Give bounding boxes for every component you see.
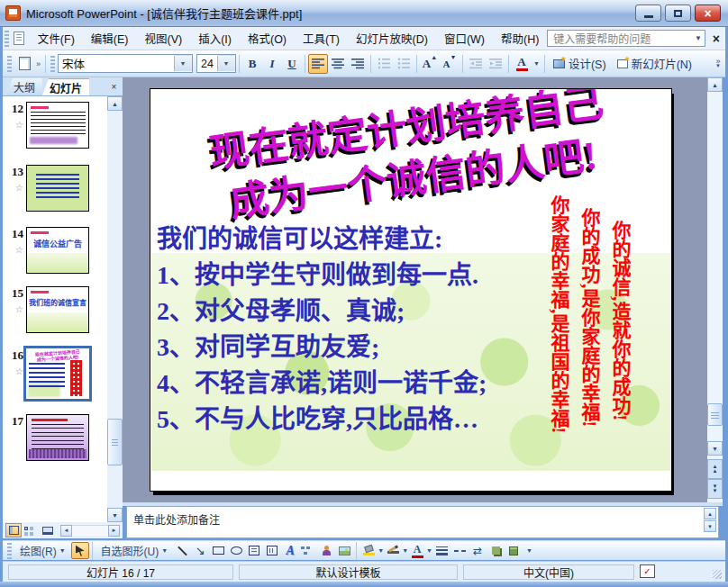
menu-help[interactable]: 帮助(H) [493, 26, 547, 50]
line-tool-button[interactable] [173, 542, 191, 559]
arrow-tool-button[interactable]: ↘ [191, 542, 209, 559]
scroll-down-button[interactable]: ▼ [107, 508, 123, 522]
line-style-button[interactable] [432, 542, 450, 559]
fill-color-button[interactable] [359, 542, 378, 559]
new-slide-button[interactable]: 新幻灯片(N) [612, 54, 697, 74]
panel-close-icon[interactable]: × [108, 81, 120, 93]
scroll-down-button[interactable]: ▼ [704, 520, 716, 532]
align-center-button[interactable] [328, 54, 348, 74]
scroll-up-button[interactable]: ▲ [704, 508, 716, 519]
menu-file[interactable]: 文件(F) [30, 26, 83, 50]
wordart-button[interactable]: A [281, 542, 299, 559]
select-objects-button[interactable] [71, 542, 89, 559]
tab-outline[interactable]: 大纲 [6, 78, 42, 95]
slide-thumbnail[interactable] [26, 165, 89, 212]
design-template-status[interactable]: 默认设计模板 [239, 564, 458, 580]
menu-slideshow[interactable]: 幻灯片放映(D) [348, 26, 436, 50]
chevron-down-icon[interactable]: ▼ [217, 55, 235, 72]
decrease-indent-button[interactable] [466, 54, 486, 74]
slide-body-text[interactable]: 我们的诚信可以这样建立: 1、按中学生守则做到每一点. 2、对父母孝顺、真诚; … [157, 221, 580, 438]
oval-tool-button[interactable] [227, 542, 245, 559]
scrollbar-thumb[interactable] [707, 403, 723, 426]
notes-scrollbar[interactable]: ▲ ▼ [704, 508, 717, 532]
shadow-style-button[interactable] [487, 542, 505, 559]
slide-editor-area[interactable]: 现在就定计划培养自己 成为一个诚信的人吧! 我们的诚信可以这样建立: 1、按中学… [123, 77, 707, 502]
vertical-text-box-button[interactable] [263, 542, 281, 559]
spellcheck-icon[interactable]: ✓ [640, 564, 655, 578]
bold-button[interactable]: B [242, 54, 262, 74]
align-left-button[interactable] [308, 54, 328, 74]
diagram-button[interactable] [299, 542, 317, 559]
next-slide-button[interactable]: ▼ ▼ [707, 479, 723, 499]
toolbar-grip[interactable] [50, 56, 55, 72]
menu-tools[interactable]: 工具(T) [295, 26, 348, 50]
increase-indent-button[interactable] [486, 54, 505, 74]
minimize-button[interactable] [635, 5, 661, 22]
draw-font-color-button[interactable]: A [408, 542, 426, 559]
slide-sorter-view-button[interactable] [23, 523, 39, 537]
notes-pane[interactable]: 单击此处添加备注 ▲ ▼ [126, 506, 719, 538]
bullet-list-button[interactable] [394, 54, 414, 74]
dash-style-button[interactable] [450, 542, 469, 559]
help-question-box[interactable]: 键入需要帮助的问题 ▼ [547, 30, 705, 47]
menu-view[interactable]: 视图(V) [137, 26, 191, 50]
tab-slides[interactable]: 幻灯片 [42, 78, 89, 95]
italic-button[interactable]: I [262, 54, 282, 74]
insert-picture-button[interactable] [335, 542, 353, 559]
slideshow-view-button[interactable] [40, 523, 56, 537]
helpbox-close-icon[interactable]: × [713, 32, 720, 46]
menu-window[interactable]: 窗口(W) [436, 26, 493, 50]
slide-thumbnail-row-14[interactable]: 14 ☆ 诚信公益广告 [5, 227, 89, 274]
autoshapes-menu-button[interactable]: 自选图形(U) ▼ [96, 542, 174, 559]
chevron-down-icon[interactable]: ▼ [695, 34, 702, 42]
font-name-combo[interactable]: 宋体 ▼ [58, 54, 193, 73]
underline-button[interactable]: U [282, 54, 302, 74]
rectangle-tool-button[interactable] [209, 542, 227, 559]
scrollbar-thumb[interactable] [107, 419, 123, 465]
new-document-button[interactable] [14, 54, 34, 74]
line-color-button[interactable] [384, 542, 402, 559]
chevron-down-icon[interactable]: ▼ [532, 60, 541, 67]
scroll-down-button[interactable]: ▼ [707, 441, 723, 456]
resize-grip[interactable] [713, 570, 722, 579]
menu-format[interactable]: 格式(O) [240, 26, 295, 50]
3d-style-button[interactable] [505, 542, 523, 559]
language-status[interactable]: 中文(中国) [463, 564, 634, 580]
slide-thumbnail-row-13[interactable]: 13 ☆ [5, 165, 89, 212]
close-button[interactable]: × [695, 5, 721, 22]
numbered-list-button[interactable] [374, 54, 394, 74]
slide-thumbnail-row-17[interactable]: 17 [5, 414, 89, 461]
chevron-down-icon[interactable]: ▼ [174, 55, 192, 72]
slide-thumbnail[interactable] [26, 414, 89, 461]
slide-thumbnail[interactable] [26, 102, 89, 149]
chevron-down-icon[interactable]: ▼ [402, 547, 408, 554]
slide-thumbnail-selected[interactable]: 现在就定计划培养自己 成为一个诚信的人吧! [23, 346, 92, 402]
scroll-left-button[interactable]: ◄ [60, 525, 72, 537]
scroll-up-button[interactable]: ▲ [107, 96, 123, 111]
text-box-button[interactable] [245, 542, 263, 559]
restore-button[interactable] [665, 5, 691, 22]
slide-thumbnail-row-12[interactable]: 12 ☆ [5, 102, 89, 149]
increase-font-button[interactable]: A▲ [420, 54, 440, 74]
menu-edit[interactable]: 编辑(E) [83, 26, 137, 50]
clip-art-button[interactable] [317, 542, 335, 559]
panel-hscrollbar[interactable]: ◄ ► [60, 525, 120, 537]
decrease-font-button[interactable]: A▼ [440, 54, 460, 74]
chevron-down-icon[interactable]: ▼ [378, 547, 384, 554]
normal-view-button[interactable] [5, 523, 22, 537]
panel-scrollbar[interactable]: ▲ ▼ [107, 96, 123, 522]
toolbar-grip[interactable] [7, 56, 12, 72]
font-color-button[interactable]: A [512, 54, 532, 74]
editor-scrollbar[interactable]: ▲ ▼ ▲ ▲ ▼ ▼ [707, 77, 723, 502]
toolbar-grip[interactable] [5, 31, 9, 47]
font-size-combo[interactable]: 24 ▼ [196, 54, 236, 73]
toolbar-grip[interactable] [7, 543, 12, 559]
toolbar-overflow-icon[interactable]: » [34, 59, 42, 68]
toolbar-options-button[interactable]: » ▼ [713, 50, 723, 77]
arrow-style-button[interactable]: ⇄ [469, 542, 487, 559]
menu-insert[interactable]: 插入(I) [190, 26, 240, 50]
previous-slide-button[interactable]: ▲ ▲ [707, 459, 723, 479]
design-button[interactable]: 设计(S) [548, 54, 612, 74]
slide-canvas[interactable]: 现在就定计划培养自己 成为一个诚信的人吧! 我们的诚信可以这样建立: 1、按中学… [150, 88, 672, 492]
toolbar-overflow-icon[interactable]: ▼ [526, 547, 532, 554]
